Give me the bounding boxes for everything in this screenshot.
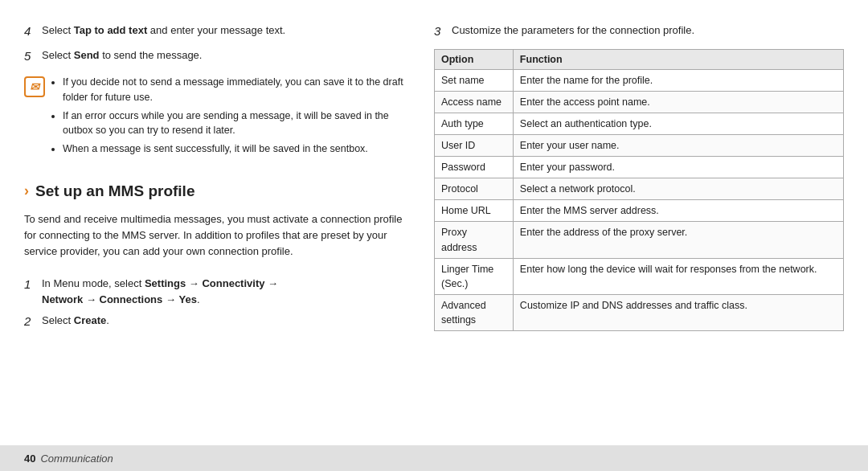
table-header-row: Option Function [435,49,844,69]
function-cell: Enter how long the device will wait for … [513,258,843,294]
function-cell: Enter the address of the proxy server. [513,222,843,258]
function-cell: Customize IP and DNS addresses and traff… [513,294,843,330]
table-row: Advanced settingsCustomize IP and DNS ad… [435,294,844,330]
table-row: Proxy addressEnter the address of the pr… [435,222,844,258]
note-icon: ✉ [24,76,45,97]
section-title: Set up an MMS profile [35,182,194,200]
option-cell: Proxy address [435,222,514,258]
option-cell: Home URL [435,200,514,222]
yes-bold: Yes [179,293,197,305]
step-5-text: Select Send to send the message. [42,47,202,63]
note-bullet-2: If an error occurs while you are sending… [63,109,410,139]
section-heading: › Set up an MMS profile [24,182,410,200]
option-cell: Advanced settings [435,294,514,330]
option-cell: Auth type [435,113,514,134]
step-4-bold: Tap to add text [74,24,147,36]
function-cell: Select an authentication type. [513,113,843,134]
connections-bold: Connections [100,293,163,305]
option-cell: Password [435,157,514,178]
col-function-header: Function [513,49,843,69]
table-row: Access nameEnter the access point name. [435,91,844,113]
sub-step-2: 2 Select Create. [24,313,410,331]
step-4-number: 4 [24,23,37,41]
function-cell: Enter the MMS server address. [513,200,843,222]
function-cell: Enter the access point name. [513,91,843,113]
option-cell: Protocol [435,178,514,200]
option-cell: User ID [435,134,514,156]
options-table: Option Function Set nameEnter the name f… [434,49,844,332]
function-cell: Enter your user name. [513,134,843,156]
table-row: PasswordEnter your password. [435,157,844,178]
step-3: 3 Customize the parameters for the conne… [434,23,844,41]
sub-step-1: 1 In Menu mode, select Settings → Connec… [24,276,410,307]
table-row: ProtocolSelect a network protocol. [435,178,844,200]
section-description: To send and receive multimedia messages,… [24,211,410,260]
step-3-text: Customize the parameters for the connect… [452,23,694,39]
right-column: 3 Customize the parameters for the conne… [434,23,844,445]
table-row: Home URLEnter the MMS server address. [435,200,844,222]
table-row: User IDEnter your user name. [435,134,844,156]
left-column: 4 Select Tap to add text and enter your … [24,23,410,445]
page-number: 40 [24,453,35,465]
option-cell: Set name [435,69,514,91]
sub-step-2-text: Select Create. [42,313,109,329]
footer-label: Communication [40,453,113,465]
footer: 40 Communication [0,445,868,471]
sub-step-1-text: In Menu mode, select Settings → Connecti… [42,276,278,307]
note-bullets: If you decide not to send a message imme… [51,75,410,160]
col-option-header: Option [435,49,514,69]
sub-step-1-number: 1 [24,276,37,294]
network-bold: Network [42,293,83,305]
step-4: 4 Select Tap to add text and enter your … [24,23,410,41]
sub-steps: 1 In Menu mode, select Settings → Connec… [24,276,410,331]
option-cell: Access name [435,91,514,113]
step-3-number: 3 [434,23,447,41]
note-box: ✉ If you decide not to send a message im… [24,75,410,160]
function-cell: Enter your password. [513,157,843,178]
note-bullet-1: If you decide not to send a message imme… [63,75,410,105]
option-cell: Linger Time (Sec.) [435,258,514,294]
note-bullet-3: When a message is sent successfully, it … [63,141,410,157]
sub-step-2-number: 2 [24,313,37,331]
table-row: Set nameEnter the name for the profile. [435,69,844,91]
settings-bold: Settings [145,277,186,289]
function-cell: Select a network protocol. [513,178,843,200]
connectivity-bold: Connectivity [202,277,264,289]
create-bold: Create [74,314,106,326]
function-cell: Enter the name for the profile. [513,69,843,91]
table-row: Auth typeSelect an authentication type. [435,113,844,134]
table-row: Linger Time (Sec.)Enter how long the dev… [435,258,844,294]
chevron-icon: › [24,182,29,199]
step-5-number: 5 [24,47,37,66]
step-5-bold: Send [74,49,100,61]
step-4-text: Select Tap to add text and enter your me… [42,23,285,39]
step-5: 5 Select Send to send the message. [24,47,410,66]
